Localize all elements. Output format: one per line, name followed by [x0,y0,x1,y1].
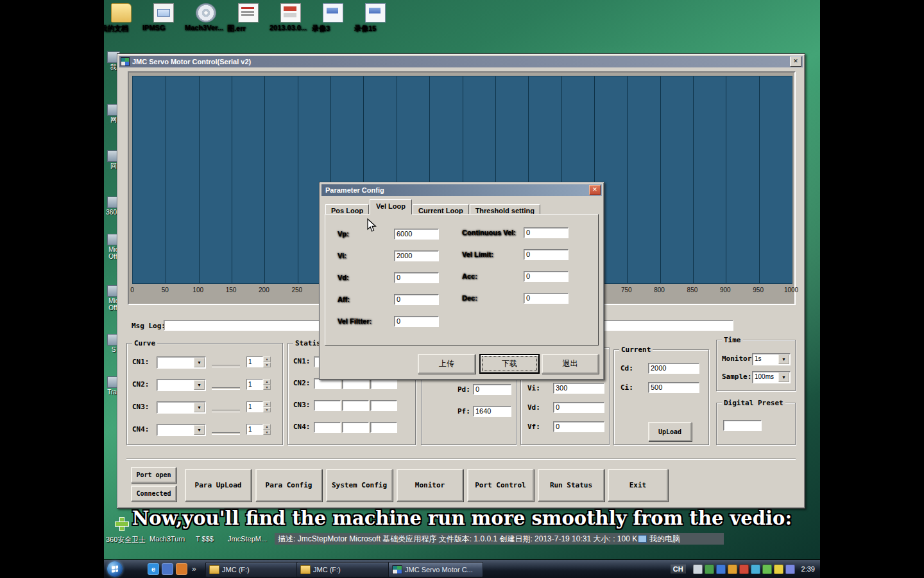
chevron-down-icon[interactable]: ▼ [778,372,789,382]
time-group: Time Monitor:1s▼Sample:100ms▼ [716,340,796,391]
ie-icon[interactable]: e [148,563,159,575]
curve-scale-spinner[interactable]: ▲▼ [263,379,271,390]
current-field[interactable]: 2000 [648,363,699,374]
velocity-field[interactable]: 0 [553,421,604,432]
curve-scale-field[interactable]: 1 [246,401,263,412]
param-field[interactable]: 0 [394,316,439,327]
param-field[interactable]: 6000 [394,229,439,240]
language-indicator[interactable]: CH [671,565,686,574]
system-config-button[interactable]: System Config [326,469,393,502]
chevron-down-icon[interactable]: ▼ [194,358,205,367]
desktop-icon-15[interactable]: 录像15 [354,2,397,24]
desktop-icon-ipmsg[interactable]: IPMSG [142,2,185,24]
para-upload-button[interactable]: Para UpLoad [185,469,252,502]
curve-scale-spinner[interactable]: ▲▼ [263,356,271,367]
taskbar-task-2[interactable]: JMC (F:) [296,562,391,577]
upload-button[interactable]: UpLoad [648,422,692,441]
spin-down-icon[interactable]: ▼ [263,385,271,390]
stats-field[interactable] [342,422,369,433]
dialog-exit-button[interactable]: 退出 [542,354,599,374]
bottom-label-1[interactable]: 360安全卫士 [106,535,146,545]
360-safety-icon[interactable] [114,516,128,530]
current-label: Ci: [620,383,633,392]
taskbar-task-3[interactable]: JMC Servo Motor C... [388,562,483,577]
velocity-field[interactable]: 300 [553,383,604,394]
update-tray-icon[interactable] [762,565,772,574]
position-field[interactable]: 1640 [473,406,511,417]
app-icon [392,565,402,574]
param-field[interactable]: 0 [524,227,569,238]
param-field[interactable]: 0 [524,293,569,304]
digital-preset-field[interactable] [723,420,762,431]
spin-up-icon[interactable]: ▲ [263,401,271,407]
desktop-icon-2013-03-0[interactable]: 2013.03.0... [270,2,312,24]
spin-down-icon[interactable]: ▼ [263,362,271,368]
main-window-titlebar[interactable]: JMC Servo Motor Control(Serial v2) ✕ [119,56,803,67]
time-combo[interactable]: 1s▼ [752,353,791,365]
curve-scale-spinner[interactable]: ▲▼ [263,424,271,435]
chevron-down-icon[interactable]: ▼ [194,425,205,435]
curve-channel-combo[interactable]: ▼ [157,379,206,391]
spin-up-icon[interactable]: ▲ [263,356,271,362]
position-label: Pf: [458,407,470,416]
media-player-icon[interactable] [176,563,187,575]
taskbar-task-1[interactable]: JMC (F:) [205,562,300,577]
stats-field[interactable] [370,422,397,433]
desktop-icon-3[interactable]: 录像3 [312,2,354,24]
network-tray-icon[interactable] [716,565,726,574]
exit-button[interactable]: Exit [608,469,668,502]
battery-tray-icon[interactable] [774,565,783,574]
curve-scale-field[interactable]: 1 [246,356,263,367]
display-tray-icon[interactable] [785,565,795,574]
stats-field[interactable] [370,400,397,411]
velocity-field[interactable]: 0 [553,402,604,413]
safety-tray-icon[interactable] [705,565,714,574]
run-status-button[interactable]: Run Status [538,469,604,502]
param-field[interactable]: 0 [524,249,569,260]
quicklaunch-overflow-chevron[interactable]: » [192,565,196,574]
antivirus-tray-icon[interactable] [739,565,749,574]
curve-scale-field[interactable]: 1 [246,379,263,390]
param-field[interactable]: 0 [394,272,439,283]
dialog-download-button[interactable]: 下载 [479,354,540,374]
bottom-label-2[interactable]: Mach3Turn [150,535,185,543]
monitor-button[interactable]: Monitor [397,469,463,502]
stats-field[interactable] [314,400,341,411]
stats-field[interactable] [342,400,369,411]
desktop-icon-mach3ver[interactable]: Mach3Ver... [185,2,227,24]
my-computer-item[interactable]: 我的电脑 [638,533,680,545]
param-field[interactable]: 2000 [394,250,439,261]
time-combo[interactable]: 100ms▼ [752,371,791,383]
curve-channel-combo[interactable]: ▼ [157,401,206,414]
bottom-label-4[interactable]: JmcStepM... [228,535,267,543]
volume-tray-icon[interactable] [728,565,737,574]
start-button[interactable] [107,561,123,577]
spin-down-icon[interactable]: ▼ [263,407,271,413]
param-field[interactable]: 0 [524,271,569,282]
port-control-button[interactable]: Port Control [467,469,534,502]
curve-channel-combo[interactable]: ▼ [157,356,206,369]
tab-vel-loop[interactable]: Vel Loop [370,199,412,215]
grid-line [298,76,298,283]
param-field[interactable]: 0 [394,294,439,305]
curve-channel-combo[interactable]: ▼ [157,424,206,436]
outlook-icon[interactable] [162,563,173,575]
messenger-tray-icon[interactable] [751,565,760,574]
dialog-upload-button[interactable]: 上传 [418,354,475,374]
chevron-down-icon[interactable]: ▼ [194,403,205,412]
stats-field[interactable] [314,422,341,433]
curve-scale-field[interactable]: 1 [246,424,263,435]
desktop-icon-err[interactable]: 图.err [227,2,270,24]
spin-up-icon[interactable]: ▲ [263,424,271,430]
current-field[interactable]: 500 [648,382,699,393]
chevron-down-icon[interactable]: ▼ [778,355,789,364]
para-config-button[interactable]: Para Config [255,469,322,502]
spin-up-icon[interactable]: ▲ [263,379,271,385]
keyboard-tray-icon[interactable] [693,565,703,574]
bottom-label-3[interactable]: T $$$ [196,535,214,543]
position-field[interactable]: 0 [473,384,511,395]
spin-down-icon[interactable]: ▼ [263,430,271,435]
close-icon[interactable]: ✕ [790,57,801,67]
chevron-down-icon[interactable]: ▼ [194,380,205,390]
curve-scale-spinner[interactable]: ▲▼ [263,401,271,412]
